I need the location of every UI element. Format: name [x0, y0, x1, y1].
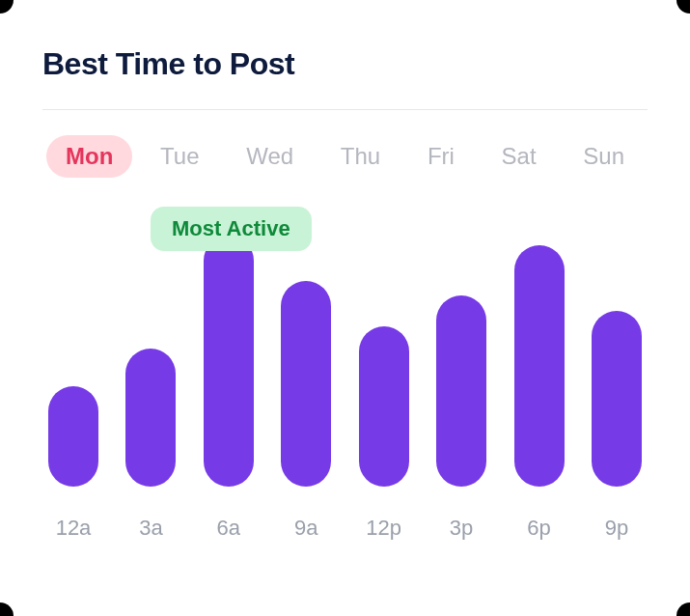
x-label: 6p — [514, 516, 565, 541]
day-tab-thu[interactable]: Thu — [321, 135, 400, 178]
bar-12p — [359, 326, 409, 487]
best-time-card: Best Time to Post Mon Tue Wed Thu Fri Sa… — [0, 0, 690, 616]
bar-3a — [125, 349, 176, 487]
bar-12a — [48, 386, 98, 487]
x-label: 6a — [204, 516, 254, 541]
bar-6a — [204, 236, 254, 487]
chart: Most Active 12a 3a 6a 9a 12p 3p 6p 9p — [42, 207, 648, 541]
day-tab-sat[interactable]: Sat — [483, 135, 556, 178]
bars-area — [42, 207, 648, 487]
x-label: 3a — [125, 516, 176, 541]
x-label: 3p — [436, 516, 486, 541]
day-tab-fri[interactable]: Fri — [408, 135, 474, 178]
day-tab-mon[interactable]: Mon — [46, 135, 132, 178]
bar-9a — [281, 281, 331, 487]
x-axis: 12a 3a 6a 9a 12p 3p 6p 9p — [42, 516, 648, 541]
x-label: 9p — [592, 516, 642, 541]
bar-3p — [436, 295, 486, 487]
bar-6p — [514, 245, 565, 487]
x-label: 12p — [359, 516, 409, 541]
x-label: 12a — [48, 516, 98, 541]
card-title: Best Time to Post — [42, 46, 648, 82]
day-tabs: Mon Tue Wed Thu Fri Sat Sun — [42, 135, 648, 178]
divider — [42, 109, 648, 110]
most-active-badge: Most Active — [151, 207, 312, 251]
bar-9p — [592, 311, 642, 487]
day-tab-sun[interactable]: Sun — [564, 135, 644, 178]
day-tab-tue[interactable]: Tue — [141, 135, 218, 178]
x-label: 9a — [281, 516, 331, 541]
day-tab-wed[interactable]: Wed — [227, 135, 313, 178]
